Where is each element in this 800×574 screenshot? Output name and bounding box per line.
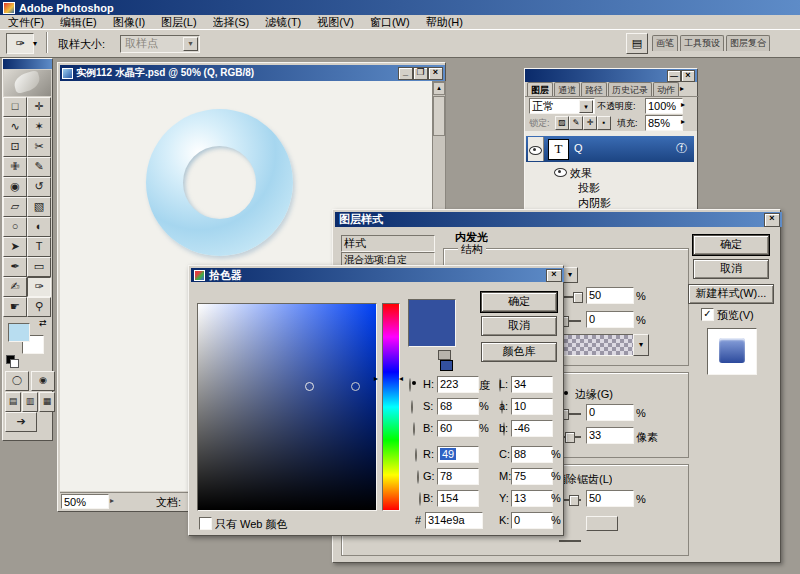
glow-color-swatch[interactable] xyxy=(563,334,635,356)
r-field[interactable]: 49 xyxy=(437,446,479,463)
glow-opacity-field[interactable]: 50 xyxy=(586,287,634,304)
well-tab-brushes[interactable]: 画笔 xyxy=(652,35,678,51)
layer-style-ok-button[interactable]: 确定 xyxy=(693,235,769,255)
effect-drop-shadow-row[interactable]: 投影 xyxy=(526,180,694,194)
h-radio[interactable] xyxy=(409,378,411,392)
effects-eye-icon[interactable] xyxy=(554,168,567,177)
r-radio[interactable] xyxy=(415,448,417,462)
quickmask-mode-button[interactable]: ◉ xyxy=(31,371,55,391)
hue-slider[interactable] xyxy=(382,303,400,511)
b2-field[interactable]: 154 xyxy=(437,490,479,507)
gradient-tool[interactable]: ▧ xyxy=(27,197,51,217)
y-field[interactable]: 13 xyxy=(511,490,553,507)
effects-row[interactable]: 效果 xyxy=(526,165,694,179)
contour-dropdown-arrow-icon[interactable]: ▾ xyxy=(562,267,578,283)
lasso-tool[interactable]: ∿ xyxy=(3,117,27,137)
history-brush-tool[interactable]: ↺ xyxy=(27,177,51,197)
path-selection-tool[interactable]: ➤ xyxy=(3,237,27,257)
tool-preset-arrow-icon[interactable]: ▾ xyxy=(33,39,37,48)
lock-pixels-icon[interactable]: ✎ xyxy=(569,116,583,130)
layer-name[interactable]: Q xyxy=(574,142,583,154)
opacity-field[interactable]: 100% xyxy=(645,98,683,114)
layers-palette-titlebar[interactable]: — × xyxy=(525,69,697,82)
slice-tool[interactable]: ✂ xyxy=(27,137,51,157)
standard-screen-button[interactable]: ▤ xyxy=(5,392,21,412)
layer-style-titlebar[interactable]: 图层样式 × xyxy=(335,212,782,227)
rectangular-marquee-tool[interactable]: □ xyxy=(3,97,27,117)
jitter-slider-track[interactable] xyxy=(559,540,581,542)
brush-tool[interactable]: ✎ xyxy=(27,157,51,177)
well-tab-tool-presets[interactable]: 工具预设 xyxy=(680,35,724,51)
shape-tool[interactable]: ▭ xyxy=(27,257,51,277)
blur-tool[interactable]: ○ xyxy=(3,217,27,237)
opacity-slider-handle[interactable] xyxy=(573,292,583,303)
standard-mode-button[interactable]: ◯ xyxy=(5,371,29,391)
range-field[interactable]: 50 xyxy=(586,490,634,507)
size-slider-handle[interactable] xyxy=(565,432,575,443)
menu-help[interactable]: 帮助(H) xyxy=(426,15,463,30)
g-radio[interactable] xyxy=(417,470,419,484)
menu-select[interactable]: 选择(S) xyxy=(213,15,250,30)
eyedropper-tool-selected[interactable]: ✑ xyxy=(27,277,51,297)
fill-slider-icon[interactable]: ▸ xyxy=(681,117,685,126)
well-tab-layer-comps[interactable]: 图层复合 xyxy=(726,35,770,51)
scroll-up-icon[interactable]: ▴ xyxy=(433,82,445,95)
hex-field[interactable]: 314e9a xyxy=(425,512,483,529)
palette-menu-icon[interactable]: ▸ xyxy=(680,82,684,96)
color-field-marker-2[interactable] xyxy=(351,382,360,391)
l-field[interactable]: 34 xyxy=(511,376,553,393)
healing-brush-tool[interactable]: ✙ xyxy=(3,157,27,177)
lock-all-icon[interactable]: ▪ xyxy=(597,116,611,130)
notes-tool[interactable]: ✍ xyxy=(3,277,27,297)
menu-image[interactable]: 图像(I) xyxy=(113,15,145,30)
color-field-marker[interactable] xyxy=(305,382,314,391)
hue-arrow-left-icon[interactable]: ▸ xyxy=(374,374,378,383)
opacity-slider-icon[interactable]: ▸ xyxy=(681,100,685,109)
b2-radio[interactable] xyxy=(419,492,421,506)
layer-thumbnail[interactable]: T xyxy=(548,139,569,160)
dodge-tool[interactable]: ◐ xyxy=(27,217,51,237)
magic-wand-tool[interactable]: ✶ xyxy=(27,117,51,137)
close-button[interactable]: × xyxy=(428,67,443,80)
tab-actions[interactable]: 动作 xyxy=(653,82,679,96)
layer-style-cancel-button[interactable]: 取消 xyxy=(693,259,769,279)
foreground-color-swatch[interactable] xyxy=(8,323,30,342)
tab-layers[interactable]: 图层 xyxy=(527,82,553,96)
b-radio[interactable] xyxy=(413,422,415,436)
pen-tool[interactable]: ✒ xyxy=(3,257,27,277)
eraser-tool[interactable]: ▱ xyxy=(3,197,27,217)
a-field[interactable]: 10 xyxy=(511,398,553,415)
palette-collapse-button[interactable]: — xyxy=(667,70,681,82)
zoom-level-field[interactable]: 50% xyxy=(61,494,109,509)
menu-filter[interactable]: 滤镜(T) xyxy=(265,15,301,30)
layer-row-selected[interactable]: T Q ⓕ xyxy=(526,136,694,162)
eyedropper-tool-button[interactable]: ✑ xyxy=(6,33,34,54)
lock-position-icon[interactable]: ✛ xyxy=(583,116,597,130)
menu-edit[interactable]: 编辑(E) xyxy=(60,15,97,30)
b-field[interactable]: 60 xyxy=(437,420,479,437)
bb-field[interactable]: -46 xyxy=(511,420,553,437)
crop-tool[interactable]: ⊡ xyxy=(3,137,27,157)
eye-icon[interactable] xyxy=(529,146,542,155)
palette-close-button[interactable]: × xyxy=(681,70,695,82)
preview-checkbox[interactable]: ✓ xyxy=(701,308,714,321)
menu-file[interactable]: 文件(F) xyxy=(8,15,44,30)
fullscreen-button[interactable]: ▦ xyxy=(39,392,55,412)
color-libraries-button[interactable]: 颜色库 xyxy=(481,342,557,362)
hue-arrow-right-icon[interactable]: ◂ xyxy=(399,374,403,383)
menu-window[interactable]: 窗口(W) xyxy=(370,15,410,30)
k-field[interactable]: 0 xyxy=(511,512,553,529)
h-field[interactable]: 223 xyxy=(437,376,479,393)
layer-style-close-button[interactable]: × xyxy=(764,213,780,227)
scroll-thumb[interactable] xyxy=(433,96,445,136)
range-slider-handle[interactable] xyxy=(569,495,579,506)
color-picker-titlebar[interactable]: 拾色器 × xyxy=(191,268,564,282)
menu-view[interactable]: 视图(V) xyxy=(317,15,354,30)
s-field[interactable]: 68 xyxy=(437,398,479,415)
fill-field[interactable]: 85% xyxy=(645,115,683,131)
clone-stamp-tool[interactable]: ◉ xyxy=(3,177,27,197)
size-field[interactable]: 33 xyxy=(586,427,634,444)
tab-history[interactable]: 历史记录 xyxy=(608,82,652,96)
type-tool[interactable]: T xyxy=(27,237,51,257)
new-style-button[interactable]: 新建样式(W)... xyxy=(688,284,774,304)
